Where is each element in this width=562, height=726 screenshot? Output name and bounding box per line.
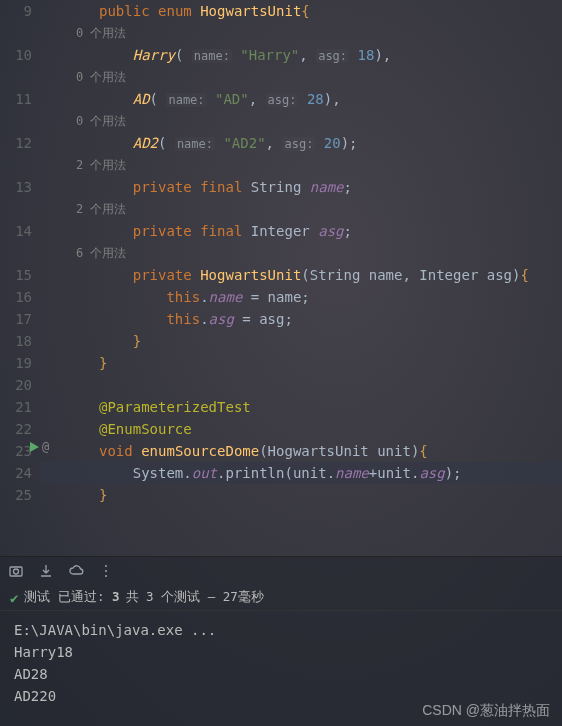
svg-marker-0 bbox=[30, 442, 39, 452]
usage-hint: 0 个用法 bbox=[40, 66, 562, 88]
code-line: void enumSourceDome(HogwartsUnit unit){ bbox=[40, 440, 562, 462]
code-line: private final Integer asg; bbox=[40, 220, 562, 242]
run-test-gutter-icon[interactable]: @ bbox=[28, 440, 49, 454]
test-status-detail: 共 3 个测试 – 27毫秒 bbox=[126, 589, 264, 606]
usage-hint: 6 个用法 bbox=[40, 242, 562, 264]
code-line: Harry( name: "Harry", asg: 18), bbox=[40, 44, 562, 66]
line-gutter: 9 10 11 12 13 14 1516 1718 1920 2122 232… bbox=[0, 0, 40, 556]
code-editor[interactable]: 9 10 11 12 13 14 1516 1718 1920 2122 232… bbox=[0, 0, 562, 556]
toolbar bbox=[0, 557, 562, 585]
code-line: @EnumSource bbox=[40, 418, 562, 440]
code-line: public enum HogwartsUnit{ bbox=[40, 0, 562, 22]
usage-hint: 2 个用法 bbox=[40, 198, 562, 220]
cloud-icon[interactable] bbox=[68, 563, 84, 579]
usage-hint: 0 个用法 bbox=[40, 22, 562, 44]
svg-point-4 bbox=[105, 570, 107, 572]
console-line: Harry18 bbox=[14, 641, 548, 663]
code-line bbox=[40, 374, 562, 396]
svg-rect-1 bbox=[10, 567, 22, 576]
watermark: CSDN @葱油拌热面 bbox=[422, 702, 550, 720]
code-line: AD2( name: "AD2", asg: 20); bbox=[40, 132, 562, 154]
usage-hint: 0 个用法 bbox=[40, 110, 562, 132]
code-line: private HogwartsUnit(String name, Intege… bbox=[40, 264, 562, 286]
download-icon[interactable] bbox=[38, 563, 54, 579]
code-line: private final String name; bbox=[40, 176, 562, 198]
test-status-label: 测试 已通过: 3 bbox=[24, 589, 119, 606]
code-line: @ParameterizedTest bbox=[40, 396, 562, 418]
code-area: public enum HogwartsUnit{ 0 个用法 Harry( n… bbox=[40, 0, 562, 556]
console-line: E:\JAVA\bin\java.exe ... bbox=[14, 619, 548, 641]
svg-point-3 bbox=[105, 565, 107, 567]
check-icon: ✔ bbox=[10, 590, 18, 606]
svg-point-5 bbox=[105, 575, 107, 577]
svg-point-2 bbox=[14, 569, 19, 574]
more-icon[interactable] bbox=[98, 563, 114, 579]
code-line: this.asg = asg; bbox=[40, 308, 562, 330]
run-tool-window: ✔ 测试 已通过: 3 共 3 个测试 – 27毫秒 E:\JAVA\bin\j… bbox=[0, 556, 562, 726]
code-line: this.name = name; bbox=[40, 286, 562, 308]
code-line: AD( name: "AD", asg: 28), bbox=[40, 88, 562, 110]
usage-hint: 2 个用法 bbox=[40, 154, 562, 176]
code-line: } bbox=[40, 330, 562, 352]
test-status-bar: ✔ 测试 已通过: 3 共 3 个测试 – 27毫秒 bbox=[0, 585, 562, 611]
camera-icon[interactable] bbox=[8, 563, 24, 579]
code-line: } bbox=[40, 352, 562, 374]
console-line: AD28 bbox=[14, 663, 548, 685]
console-output[interactable]: E:\JAVA\bin\java.exe ... Harry18 AD28 AD… bbox=[0, 611, 562, 715]
code-line: } bbox=[40, 484, 562, 506]
code-line: System.out.println(unit.name+unit.asg); bbox=[40, 462, 562, 484]
